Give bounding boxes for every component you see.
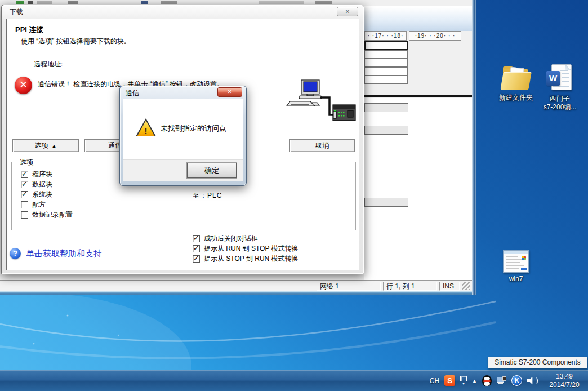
word-document-icon: W — [546, 64, 573, 92]
volume-icon[interactable] — [527, 377, 538, 385]
table-cell[interactable] — [364, 67, 408, 75]
windows-flag-icon — [522, 256, 526, 260]
remote-address-label: 远程地址: — [34, 60, 63, 69]
icon-label: 新建文件夹 — [493, 94, 538, 102]
options-button-label: 选项 — [35, 141, 48, 149]
status-network: 网络 1 — [317, 282, 381, 291]
qq-belly — [484, 381, 490, 386]
qq-face — [484, 377, 490, 380]
network-title-field[interactable] — [364, 126, 408, 135]
table-cell[interactable] — [364, 75, 408, 84]
clock-time: 13:49 — [543, 372, 586, 381]
editor-visible-strip: · ·17· · ·18· ·19· · ·20· · · — [364, 0, 472, 280]
input-language-indicator[interactable]: CH — [430, 377, 439, 385]
thumb-line — [506, 265, 524, 266]
checkbox-row-close-on-success[interactable]: ✓ 成功后关闭对话框 — [193, 234, 258, 242]
desktop-icon-word-document[interactable]: W 西门子 s7-200编... — [537, 64, 582, 112]
icon-label-line1: 西门子 — [537, 95, 582, 103]
monitor-base — [498, 383, 503, 384]
checkbox[interactable]: ✓ — [21, 181, 28, 188]
chevron-down-icon: ▼ — [462, 382, 466, 385]
ok-button[interactable]: 确定 — [187, 163, 237, 178]
help-link-text: 单击获取帮助和支持 — [26, 248, 102, 259]
network-title-field[interactable] — [364, 198, 408, 207]
checkbox-label: 提示从 STOP 到 RUN 模式转换 — [204, 254, 299, 264]
checkbox-label: 数据记录配置 — [32, 210, 73, 220]
checkbox[interactable]: ✓ — [193, 245, 200, 252]
word-w-badge: W — [546, 71, 560, 86]
resize-grip[interactable] — [462, 282, 470, 290]
monitor-flag — [502, 376, 506, 381]
popup-message: 未找到指定的访问点 — [161, 123, 226, 134]
table-cell[interactable] — [364, 50, 408, 59]
table-cell-selected[interactable] — [364, 41, 408, 50]
help-link[interactable]: ? 单击获取帮助和支持 — [10, 248, 102, 259]
desktop-icon-win7[interactable]: win7 — [493, 250, 538, 283]
thumb-line — [506, 262, 520, 263]
checkbox-row-program-block[interactable]: ✓ 程序块 — [21, 170, 52, 178]
checkbox[interactable] — [21, 201, 28, 208]
checkbox-label: 系统块 — [32, 190, 52, 199]
checkbox[interactable]: ✓ — [21, 171, 28, 178]
network-title-field[interactable] — [364, 103, 408, 112]
close-icon: ✕ — [228, 88, 232, 95]
checkbox-row-recipe[interactable]: 配方 — [21, 201, 46, 208]
status-cursor-position: 行 1, 列 1 — [383, 282, 437, 291]
ime-toolbar-icon[interactable]: ▼ — [460, 376, 467, 385]
thumb-header — [504, 251, 528, 254]
popup-close-button[interactable]: ✕ — [217, 87, 242, 97]
checkbox[interactable]: ✓ — [21, 191, 28, 198]
checkbox[interactable]: ✓ — [193, 235, 200, 242]
sogou-pinyin-icon[interactable]: S — [444, 375, 455, 386]
window-thumbnail-icon — [503, 250, 529, 273]
show-hidden-icons-arrow[interactable]: ▲ — [472, 378, 477, 384]
window-bottom-border — [0, 291, 476, 295]
table-cell[interactable] — [364, 59, 408, 67]
pc-to-plc-illustration — [286, 79, 356, 124]
toolbar-fragment — [315, 1, 332, 4]
page-line — [553, 86, 569, 87]
clock-date: 2014/7/20 — [543, 381, 586, 389]
checkbox-row-prompt-run-to-stop[interactable]: ✓ 提示从 RUN 到 STOP 模式转换 — [193, 245, 299, 252]
taskbar[interactable]: CH S ▼ ▲ K 13 — [0, 370, 588, 391]
qq-icon[interactable] — [482, 375, 492, 386]
wallpaper-swoosh-art — [0, 282, 496, 377]
thumb-line — [506, 259, 523, 260]
checkbox-row-data-block[interactable]: ✓ 数据块 — [21, 180, 52, 188]
icon-label: win7 — [493, 275, 538, 283]
checkbox[interactable] — [21, 211, 28, 219]
thumb-line — [506, 256, 518, 257]
warning-exclamation: ! — [136, 126, 156, 136]
download-dialog-title: 下载 — [10, 7, 23, 17]
options-button[interactable]: 选项▲ — [12, 139, 79, 152]
checkbox-label: 数据块 — [32, 180, 52, 189]
desktop: · ·17· · ·18· ·19· · ·20· · · 网络 1 行 1, … — [0, 0, 588, 391]
clock[interactable]: 13:49 2014/7/20 — [543, 372, 586, 389]
toolbar-fragment — [161, 1, 177, 4]
help-icon: ? — [10, 248, 21, 259]
toolbar-fragment — [259, 1, 304, 4]
editor-header-panel — [364, 7, 472, 31]
cancel-button[interactable]: 取消 — [289, 139, 355, 152]
close-button[interactable]: ✕ — [337, 7, 358, 16]
checkbox-label: 提示从 RUN 到 STOP 模式转换 — [204, 244, 299, 254]
system-tray: CH S ▼ ▲ K 13 — [430, 370, 586, 391]
communication-popup: 通信 ✕ ! 未找到指定的访问点 确定 — [119, 86, 247, 186]
error-icon: ✕ — [15, 77, 32, 94]
close-icon: ✕ — [345, 8, 350, 15]
k-app-icon[interactable]: K — [511, 375, 522, 386]
page-line — [562, 81, 569, 82]
popup-footer: 确定 — [123, 159, 243, 181]
pc-suite-icon[interactable] — [497, 376, 506, 385]
checkbox-row-data-log-config[interactable]: 数据记录配置 — [21, 211, 73, 219]
checkbox-label: 成功后关闭对话框 — [204, 234, 258, 243]
ppi-connection-title: PPI 连接 — [15, 25, 44, 35]
toolbar-fragment — [37, 1, 52, 4]
checkbox[interactable]: ✓ — [193, 255, 200, 263]
checkbox-row-system-block[interactable]: ✓ 系统块 — [21, 190, 52, 198]
desktop-icon-new-folder[interactable]: 新建文件夹 — [493, 65, 538, 102]
checkbox-label: 配方 — [32, 200, 46, 210]
checkbox-row-prompt-stop-to-run[interactable]: ✓ 提示从 STOP 到 RUN 模式转换 — [193, 255, 299, 263]
ruler-segment: ·19· · ·20· · · — [409, 31, 461, 41]
options-groupbox-label: 选项 — [17, 158, 35, 167]
